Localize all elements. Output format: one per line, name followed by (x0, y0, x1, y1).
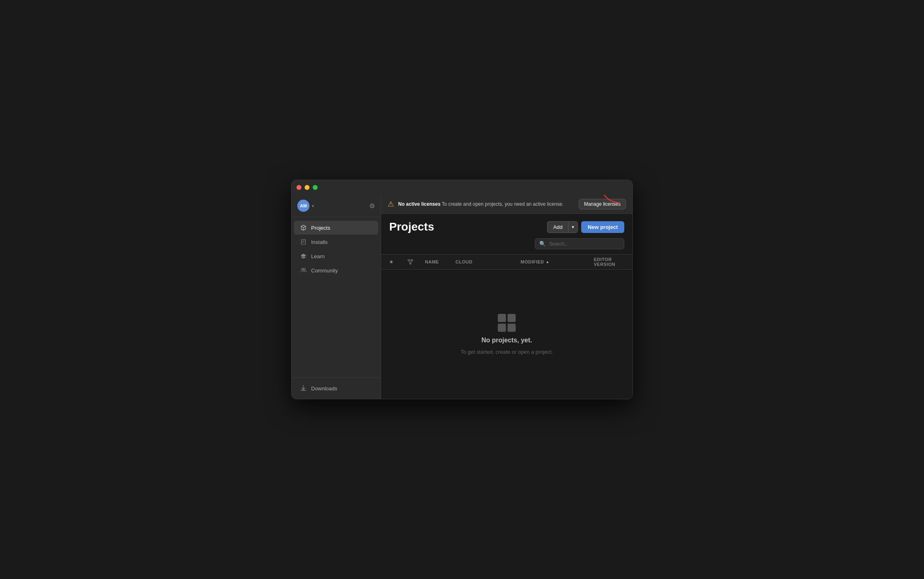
source-control-col-icon (407, 259, 414, 265)
cloud-col-label: CLOUD (455, 259, 473, 264)
search-container: 🔍 (381, 238, 632, 254)
star-col-icon: ★ (389, 259, 394, 265)
sidebar-item-learn[interactable]: Learn (294, 249, 378, 263)
add-button-group: Add ▾ (547, 221, 578, 233)
svg-point-3 (301, 268, 303, 270)
page-title: Projects (389, 220, 434, 233)
community-icon (300, 267, 307, 274)
title-bar (292, 180, 632, 195)
search-icon: 🔍 (539, 241, 546, 247)
add-dropdown-button[interactable]: ▾ (568, 221, 578, 233)
grid-square-1 (498, 314, 506, 322)
close-button[interactable] (296, 185, 301, 190)
app-window: AM ▾ ⚙ Projects (291, 180, 633, 399)
search-box: 🔍 (535, 238, 624, 249)
projects-icon (300, 224, 307, 231)
license-banner: ⚠ No active licenses To create and open … (381, 195, 632, 214)
sidebar-item-label-projects: Projects (311, 225, 330, 231)
add-button[interactable]: Add (547, 221, 568, 233)
table-header: ★ NAME CLOUD (381, 254, 632, 270)
svg-point-7 (411, 259, 413, 261)
svg-point-4 (303, 268, 305, 270)
sidebar-item-community[interactable]: Community (294, 263, 378, 277)
sidebar-item-label-community: Community (311, 268, 338, 274)
sidebar-item-label-learn: Learn (311, 253, 325, 259)
manage-licenses-button[interactable]: Manage licenses (579, 199, 626, 209)
downloads-icon (300, 385, 307, 392)
grid-square-2 (508, 314, 516, 322)
empty-state-subtitle: To get started, create or open a project… (461, 349, 553, 355)
sidebar-item-installs[interactable]: Installs (294, 235, 378, 249)
editor-version-col-label: EDITOR VERSION (594, 257, 624, 267)
search-input[interactable] (549, 241, 620, 247)
modified-col-label: MODIFIED (521, 259, 544, 264)
minimize-button[interactable] (305, 185, 309, 190)
grid-square-4 (508, 324, 516, 332)
header-actions: Add ▾ New project (547, 221, 624, 233)
sidebar-item-downloads[interactable]: Downloads (294, 381, 378, 395)
traffic-lights (296, 185, 318, 190)
manage-btn-wrapper: Manage licenses (579, 199, 626, 209)
sidebar-item-label-installs: Installs (311, 239, 327, 245)
name-col-label: NAME (425, 259, 439, 264)
projects-header: Projects Add ▾ New project (381, 214, 632, 238)
col-header-cloud[interactable]: CLOUD (455, 257, 521, 267)
new-project-button[interactable]: New project (581, 221, 624, 233)
license-banner-left: ⚠ No active licenses To create and open … (388, 200, 564, 209)
main-layout: AM ▾ ⚙ Projects (292, 195, 632, 399)
svg-line-10 (409, 261, 410, 263)
sidebar-item-projects[interactable]: Projects (294, 221, 378, 235)
avatar: AM (297, 200, 309, 212)
content-area: ⚠ No active licenses To create and open … (381, 195, 632, 399)
svg-line-11 (410, 261, 412, 263)
license-warning-bold: No active licenses (398, 201, 440, 207)
col-header-editor-version[interactable]: EDITOR VERSION (594, 257, 624, 267)
learn-icon (300, 252, 307, 260)
col-header-modified[interactable]: MODIFIED ▲ (521, 257, 594, 267)
grid-square-3 (498, 324, 506, 332)
col-header-name[interactable]: NAME (425, 257, 455, 267)
sidebar: AM ▾ ⚙ Projects (292, 195, 381, 399)
empty-state: No projects, yet. To get started, create… (381, 270, 632, 399)
installs-icon (300, 238, 307, 246)
sidebar-top: AM ▾ ⚙ (292, 195, 381, 217)
sidebar-bottom: Downloads (292, 377, 381, 399)
user-chevron-icon: ▾ (312, 204, 314, 208)
svg-rect-0 (301, 239, 305, 244)
maximize-button[interactable] (313, 185, 318, 190)
svg-point-8 (410, 263, 411, 264)
license-text: No active licenses To create and open pr… (398, 201, 564, 207)
empty-state-title: No projects, yet. (482, 337, 532, 344)
sidebar-item-label-downloads: Downloads (311, 385, 337, 392)
warning-icon: ⚠ (388, 200, 394, 209)
empty-state-icon (498, 314, 516, 332)
svg-point-6 (408, 259, 410, 261)
license-description: To create and open projects, you need an… (440, 201, 564, 207)
col-header-source (407, 257, 425, 267)
settings-icon[interactable]: ⚙ (369, 202, 375, 210)
sidebar-nav: Projects Installs (292, 217, 381, 377)
col-header-star: ★ (389, 257, 407, 267)
user-section[interactable]: AM ▾ (297, 200, 314, 212)
modified-sort-icon: ▲ (546, 260, 549, 264)
